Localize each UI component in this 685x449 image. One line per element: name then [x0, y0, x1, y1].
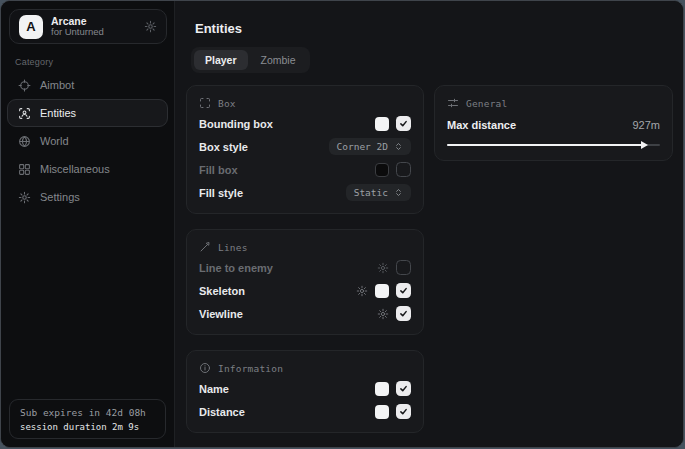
- slider-thumb-icon[interactable]: [640, 140, 650, 150]
- row-settings-gear-icon[interactable]: [356, 285, 368, 297]
- sidebar-item-miscellaneous[interactable]: Miscellaneous: [7, 155, 168, 183]
- left-column: Box Bounding box Box style Cor: [186, 85, 424, 433]
- tab-player[interactable]: Player: [194, 50, 248, 70]
- dropdown-value: Static: [354, 187, 388, 198]
- settings-gear-icon[interactable]: [144, 20, 157, 33]
- viewline-checkbox[interactable]: [396, 306, 411, 321]
- person-scan-icon: [18, 107, 31, 120]
- max-distance-row: Max distance 927m: [447, 119, 660, 131]
- box-brackets-icon: [199, 97, 211, 109]
- fill-box-row: Fill box: [199, 158, 411, 181]
- row-label: Line to enemy: [199, 262, 273, 274]
- grid-icon: [18, 163, 31, 176]
- box-style-dropdown[interactable]: Corner 2D: [329, 138, 411, 155]
- sidebar-item-label: Aimbot: [40, 79, 74, 91]
- information-card-header: Information: [199, 359, 411, 377]
- sidebar-item-settings[interactable]: Settings: [7, 183, 168, 211]
- color-swatch[interactable]: [375, 284, 389, 298]
- general-card-header: General: [447, 94, 660, 112]
- line-to-enemy-row: Line to enemy: [199, 256, 411, 279]
- app-logo: A: [19, 15, 43, 39]
- page-title: Entities: [195, 21, 242, 36]
- category-label: Category: [15, 57, 53, 67]
- row-label: Skeleton: [199, 285, 245, 297]
- brand-card: A Arcane for Unturned: [9, 9, 167, 44]
- fill-box-checkbox[interactable]: [396, 162, 411, 177]
- distance-row: Distance: [199, 400, 411, 423]
- box-card-title: Box: [218, 98, 236, 109]
- crosshair-icon: [18, 79, 31, 92]
- color-swatch[interactable]: [375, 163, 389, 177]
- information-card-title: Information: [218, 363, 283, 374]
- bounding-box-row: Bounding box: [199, 112, 411, 135]
- row-label: Bounding box: [199, 118, 273, 130]
- skeleton-row: Skeleton: [199, 279, 411, 302]
- right-column: General Max distance 927m: [434, 85, 673, 161]
- pencil-line-icon: [199, 241, 211, 253]
- general-card-title: General: [466, 98, 507, 109]
- app-tagline: for Unturned: [51, 27, 104, 38]
- box-card-header: Box: [199, 94, 411, 112]
- lines-card: Lines Line to enemy: [186, 229, 424, 335]
- color-swatch[interactable]: [375, 382, 389, 396]
- viewline-row: Viewline: [199, 302, 411, 325]
- name-checkbox[interactable]: [396, 381, 411, 396]
- sidebar-nav: Aimbot Entities World: [7, 71, 168, 211]
- globe-icon: [18, 135, 31, 148]
- subscription-card: Sub expires in 42d 08h session duration …: [9, 399, 166, 439]
- line-to-enemy-checkbox[interactable]: [396, 260, 411, 275]
- chevrons-up-down-icon: [394, 142, 403, 151]
- sidebar-item-label: Entities: [40, 107, 76, 119]
- row-settings-gear-icon[interactable]: [377, 262, 389, 274]
- color-swatch[interactable]: [375, 405, 389, 419]
- chevrons-up-down-icon: [394, 188, 403, 197]
- row-label: Box style: [199, 141, 248, 153]
- sliders-icon: [447, 97, 459, 109]
- sidebar-item-world[interactable]: World: [7, 127, 168, 155]
- sub-expires-text: Sub expires in 42d 08h: [20, 407, 155, 418]
- session-duration-text: session duration 2m 9s: [20, 422, 155, 432]
- fill-style-row: Fill style Static: [199, 181, 411, 204]
- bounding-box-checkbox[interactable]: [396, 116, 411, 131]
- tab-zombie[interactable]: Zombie: [250, 50, 307, 70]
- distance-checkbox[interactable]: [396, 404, 411, 419]
- max-distance-label: Max distance: [447, 119, 516, 131]
- sidebar-item-label: Miscellaneous: [40, 163, 110, 175]
- sidebar-item-label: Settings: [40, 191, 80, 203]
- row-settings-gear-icon[interactable]: [377, 308, 389, 320]
- skeleton-checkbox[interactable]: [396, 283, 411, 298]
- gear-icon: [18, 191, 31, 204]
- main-panel: Entities Player Zombie Box Bounding box: [175, 1, 683, 447]
- sidebar-item-label: World: [40, 135, 69, 147]
- name-row: Name: [199, 377, 411, 400]
- brand-text: Arcane for Unturned: [51, 15, 104, 38]
- box-card: Box Bounding box Box style Cor: [186, 85, 424, 214]
- fill-style-dropdown[interactable]: Static: [346, 184, 411, 201]
- row-label: Name: [199, 383, 229, 395]
- sidebar: A Arcane for Unturned Category A: [1, 1, 175, 447]
- lines-card-header: Lines: [199, 238, 411, 256]
- max-distance-slider[interactable]: [447, 139, 660, 151]
- row-label: Fill style: [199, 187, 243, 199]
- information-card: Information Name Distance: [186, 350, 424, 433]
- sidebar-item-aimbot[interactable]: Aimbot: [7, 71, 168, 99]
- row-label: Viewline: [199, 308, 243, 320]
- color-swatch[interactable]: [375, 117, 389, 131]
- row-label: Fill box: [199, 164, 238, 176]
- max-distance-value: 927m: [632, 119, 660, 131]
- slider-fill: [447, 144, 645, 146]
- row-label: Distance: [199, 406, 245, 418]
- general-card: General Max distance 927m: [434, 85, 673, 161]
- info-icon: [199, 362, 211, 374]
- app-window: A Arcane for Unturned Category A: [0, 0, 684, 448]
- sidebar-item-entities[interactable]: Entities: [7, 99, 168, 127]
- box-style-row: Box style Corner 2D: [199, 135, 411, 158]
- lines-card-title: Lines: [218, 242, 248, 253]
- entity-tabs: Player Zombie: [191, 47, 310, 73]
- dropdown-value: Corner 2D: [337, 141, 388, 152]
